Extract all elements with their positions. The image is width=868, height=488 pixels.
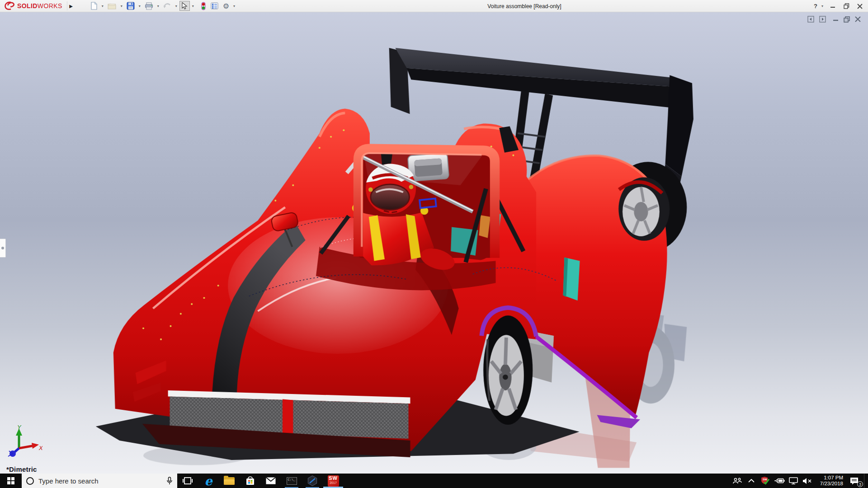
quick-access-toolbar: ▾ ▾ ▾ ▾ ▾ ▾ ⚙ ▾ xyxy=(89,1,236,11)
edge-icon: e xyxy=(204,475,212,487)
taskbar-solidworks[interactable]: SW 2017 xyxy=(323,474,344,488)
collapsed-panel-tab[interactable] xyxy=(0,239,6,258)
doc-minimize-button[interactable] xyxy=(833,16,839,22)
network-display-icon xyxy=(788,477,798,484)
battery-tray[interactable] xyxy=(774,474,785,488)
solidworks-window: SOLIDWORKS ▶ ▾ ▾ ▾ ▾ ▾ ▾ xyxy=(0,0,868,488)
restore-button[interactable] xyxy=(841,1,852,11)
undo-button[interactable] xyxy=(161,1,173,11)
battery-plugged-icon xyxy=(774,478,785,484)
search-input[interactable] xyxy=(38,477,162,485)
taskbar: e C:\_ xyxy=(0,474,868,488)
options-gear-button[interactable]: ⚙ xyxy=(221,1,231,11)
print-button[interactable] xyxy=(143,1,155,11)
taskbar-edge[interactable]: e xyxy=(198,474,219,488)
chevron-up-icon xyxy=(748,479,755,483)
select-dropdown-caret[interactable]: ▾ xyxy=(191,4,195,8)
network-tray[interactable] xyxy=(788,474,799,488)
taskbar-store[interactable] xyxy=(240,474,260,488)
file-explorer-icon xyxy=(224,477,235,485)
rebuild-button[interactable] xyxy=(199,1,208,11)
volume-tray[interactable] xyxy=(802,474,813,488)
hidden-icons-button[interactable] xyxy=(746,474,757,488)
sw-shield-check-icon: SW xyxy=(761,476,770,485)
system-tray: SW xyxy=(732,474,868,488)
undo-dropdown-caret[interactable]: ▾ xyxy=(174,4,179,8)
show-desktop-button[interactable] xyxy=(864,474,866,488)
orientation-triad: Y X xyxy=(6,425,42,457)
doc-close-button[interactable] xyxy=(855,16,861,22)
doc-restore-button[interactable] xyxy=(844,16,850,23)
next-pane-button[interactable] xyxy=(819,16,826,23)
taskbar-command-prompt[interactable]: C:\_ xyxy=(281,474,302,488)
taskbar-mail[interactable] xyxy=(260,474,281,488)
task-view-button[interactable] xyxy=(177,474,198,488)
help-button[interactable]: ? xyxy=(810,1,821,11)
task-view-icon xyxy=(183,477,193,485)
previous-pane-button[interactable] xyxy=(807,16,814,23)
taskbar-hex-utility[interactable] xyxy=(302,474,323,488)
clock-time: 1:07 PM xyxy=(816,475,843,481)
document-window-controls xyxy=(807,16,861,23)
model-canvas-race-car[interactable] xyxy=(0,12,868,474)
select-tool-button[interactable] xyxy=(179,1,190,11)
toolbar-flyout-button[interactable]: ▶ xyxy=(67,1,75,10)
taskbar-search[interactable] xyxy=(22,474,177,488)
start-button[interactable] xyxy=(0,474,22,488)
minimize-button[interactable] xyxy=(827,1,838,11)
view-orientation-label: *Dimetric xyxy=(6,465,37,473)
open-button[interactable] xyxy=(106,1,118,11)
solidworks-2017-icon: SW 2017 xyxy=(328,475,339,487)
cortana-icon xyxy=(26,477,34,485)
near-rear-wheel xyxy=(483,315,533,425)
action-center-button[interactable]: 3 xyxy=(847,474,861,488)
windows-logo-icon xyxy=(7,477,14,484)
x-axis-label: X xyxy=(38,445,42,451)
clock-date: 7/23/2018 xyxy=(816,481,843,487)
command-prompt-icon: C:\_ xyxy=(287,477,297,485)
title-bar: SOLIDWORKS ▶ ▾ ▾ ▾ ▾ ▾ ▾ xyxy=(0,0,868,12)
store-icon xyxy=(245,476,255,486)
close-button[interactable] xyxy=(854,1,865,11)
new-dropdown-caret[interactable]: ▾ xyxy=(100,4,105,8)
open-dropdown-caret[interactable]: ▾ xyxy=(119,4,124,8)
window-controls: ? ▾ xyxy=(810,0,865,12)
new-document-button[interactable] xyxy=(89,1,99,11)
display-settings-button[interactable] xyxy=(209,1,220,11)
brand-text: SOLIDWORKS xyxy=(17,2,62,9)
graphics-viewport[interactable]: Y X *Dimetric xyxy=(0,12,868,474)
y-axis-label: Y xyxy=(17,425,22,431)
volume-muted-icon xyxy=(802,478,812,484)
window-title: Voiture assomblee [Read-only] xyxy=(487,0,561,12)
people-icon xyxy=(733,478,742,484)
save-dropdown-caret[interactable]: ▾ xyxy=(137,4,142,8)
taskbar-file-explorer[interactable] xyxy=(219,474,240,488)
solidworks-logo: SOLIDWORKS xyxy=(0,0,67,12)
taskbar-clock[interactable]: 1:07 PM 7/23/2018 xyxy=(816,475,844,487)
save-button[interactable] xyxy=(125,1,137,11)
print-dropdown-caret[interactable]: ▾ xyxy=(156,4,160,8)
ds-swirl-icon xyxy=(4,1,15,11)
notification-badge: 3 xyxy=(857,481,863,487)
help-dropdown-caret[interactable]: ▾ xyxy=(820,4,825,8)
mail-icon xyxy=(266,477,276,484)
solidworks-monitor-tray[interactable]: SW xyxy=(760,474,771,488)
hexagon-app-icon xyxy=(307,475,318,486)
svg-text:SW: SW xyxy=(763,478,767,481)
people-button[interactable] xyxy=(732,474,743,488)
microphone-icon[interactable] xyxy=(166,477,173,485)
options-dropdown-caret[interactable]: ▾ xyxy=(232,4,236,8)
